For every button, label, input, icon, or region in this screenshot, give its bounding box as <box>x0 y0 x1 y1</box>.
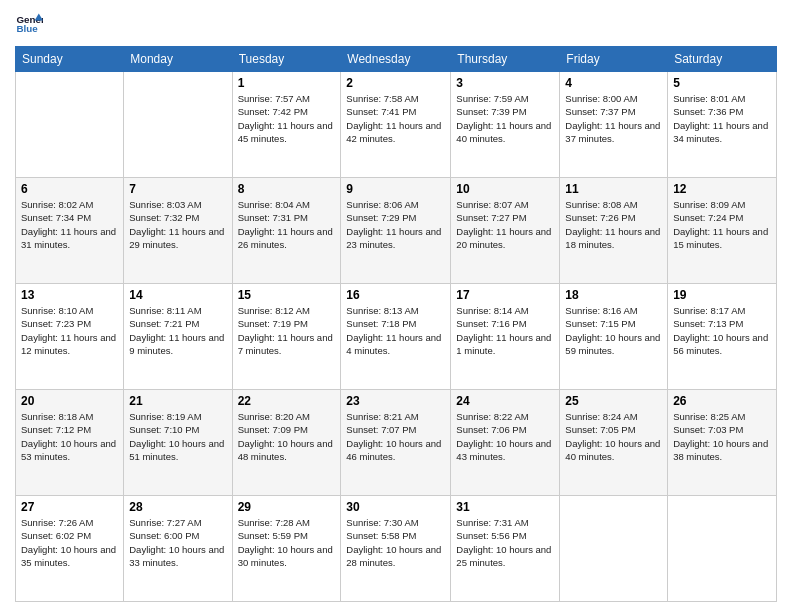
day-info: Sunrise: 8:03 AMSunset: 7:32 PMDaylight:… <box>129 198 226 251</box>
day-info: Sunrise: 8:06 AMSunset: 7:29 PMDaylight:… <box>346 198 445 251</box>
day-info: Sunrise: 8:07 AMSunset: 7:27 PMDaylight:… <box>456 198 554 251</box>
day-number: 8 <box>238 182 336 196</box>
day-info: Sunrise: 8:10 AMSunset: 7:23 PMDaylight:… <box>21 304 118 357</box>
week-row-5: 27Sunrise: 7:26 AMSunset: 6:02 PMDayligh… <box>16 496 777 602</box>
calendar-cell: 20Sunrise: 8:18 AMSunset: 7:12 PMDayligh… <box>16 390 124 496</box>
calendar-cell: 2Sunrise: 7:58 AMSunset: 7:41 PMDaylight… <box>341 72 451 178</box>
day-number: 17 <box>456 288 554 302</box>
day-info: Sunrise: 8:24 AMSunset: 7:05 PMDaylight:… <box>565 410 662 463</box>
day-info: Sunrise: 8:04 AMSunset: 7:31 PMDaylight:… <box>238 198 336 251</box>
calendar-cell: 5Sunrise: 8:01 AMSunset: 7:36 PMDaylight… <box>668 72 777 178</box>
week-row-4: 20Sunrise: 8:18 AMSunset: 7:12 PMDayligh… <box>16 390 777 496</box>
day-number: 24 <box>456 394 554 408</box>
calendar-cell: 21Sunrise: 8:19 AMSunset: 7:10 PMDayligh… <box>124 390 232 496</box>
day-number: 31 <box>456 500 554 514</box>
day-number: 16 <box>346 288 445 302</box>
day-info: Sunrise: 8:21 AMSunset: 7:07 PMDaylight:… <box>346 410 445 463</box>
logo-icon: General Blue <box>15 10 43 38</box>
calendar-cell: 29Sunrise: 7:28 AMSunset: 5:59 PMDayligh… <box>232 496 341 602</box>
page: General Blue SundayMondayTuesdayWednesda… <box>0 0 792 612</box>
calendar-cell <box>16 72 124 178</box>
day-info: Sunrise: 8:14 AMSunset: 7:16 PMDaylight:… <box>456 304 554 357</box>
day-info: Sunrise: 7:31 AMSunset: 5:56 PMDaylight:… <box>456 516 554 569</box>
day-number: 19 <box>673 288 771 302</box>
calendar-cell: 31Sunrise: 7:31 AMSunset: 5:56 PMDayligh… <box>451 496 560 602</box>
weekday-header-sunday: Sunday <box>16 47 124 72</box>
calendar-cell: 18Sunrise: 8:16 AMSunset: 7:15 PMDayligh… <box>560 284 668 390</box>
day-number: 12 <box>673 182 771 196</box>
day-info: Sunrise: 7:28 AMSunset: 5:59 PMDaylight:… <box>238 516 336 569</box>
day-info: Sunrise: 8:20 AMSunset: 7:09 PMDaylight:… <box>238 410 336 463</box>
day-info: Sunrise: 8:19 AMSunset: 7:10 PMDaylight:… <box>129 410 226 463</box>
day-info: Sunrise: 8:22 AMSunset: 7:06 PMDaylight:… <box>456 410 554 463</box>
day-number: 7 <box>129 182 226 196</box>
day-info: Sunrise: 7:57 AMSunset: 7:42 PMDaylight:… <box>238 92 336 145</box>
weekday-header-saturday: Saturday <box>668 47 777 72</box>
day-number: 13 <box>21 288 118 302</box>
calendar-table: SundayMondayTuesdayWednesdayThursdayFrid… <box>15 46 777 602</box>
weekday-header-monday: Monday <box>124 47 232 72</box>
day-number: 21 <box>129 394 226 408</box>
calendar-cell <box>668 496 777 602</box>
calendar-cell: 22Sunrise: 8:20 AMSunset: 7:09 PMDayligh… <box>232 390 341 496</box>
weekday-header-friday: Friday <box>560 47 668 72</box>
calendar-cell: 23Sunrise: 8:21 AMSunset: 7:07 PMDayligh… <box>341 390 451 496</box>
svg-text:Blue: Blue <box>16 23 38 34</box>
calendar-cell: 3Sunrise: 7:59 AMSunset: 7:39 PMDaylight… <box>451 72 560 178</box>
day-number: 11 <box>565 182 662 196</box>
logo: General Blue <box>15 10 43 38</box>
day-info: Sunrise: 7:58 AMSunset: 7:41 PMDaylight:… <box>346 92 445 145</box>
week-row-3: 13Sunrise: 8:10 AMSunset: 7:23 PMDayligh… <box>16 284 777 390</box>
weekday-header-tuesday: Tuesday <box>232 47 341 72</box>
calendar-cell: 10Sunrise: 8:07 AMSunset: 7:27 PMDayligh… <box>451 178 560 284</box>
day-number: 15 <box>238 288 336 302</box>
day-number: 18 <box>565 288 662 302</box>
day-number: 4 <box>565 76 662 90</box>
day-info: Sunrise: 8:12 AMSunset: 7:19 PMDaylight:… <box>238 304 336 357</box>
day-info: Sunrise: 7:30 AMSunset: 5:58 PMDaylight:… <box>346 516 445 569</box>
calendar-cell: 12Sunrise: 8:09 AMSunset: 7:24 PMDayligh… <box>668 178 777 284</box>
day-number: 6 <box>21 182 118 196</box>
day-info: Sunrise: 8:16 AMSunset: 7:15 PMDaylight:… <box>565 304 662 357</box>
calendar-cell: 4Sunrise: 8:00 AMSunset: 7:37 PMDaylight… <box>560 72 668 178</box>
day-info: Sunrise: 7:59 AMSunset: 7:39 PMDaylight:… <box>456 92 554 145</box>
calendar-cell: 16Sunrise: 8:13 AMSunset: 7:18 PMDayligh… <box>341 284 451 390</box>
day-number: 20 <box>21 394 118 408</box>
day-number: 2 <box>346 76 445 90</box>
day-info: Sunrise: 8:18 AMSunset: 7:12 PMDaylight:… <box>21 410 118 463</box>
calendar-cell: 25Sunrise: 8:24 AMSunset: 7:05 PMDayligh… <box>560 390 668 496</box>
day-info: Sunrise: 8:25 AMSunset: 7:03 PMDaylight:… <box>673 410 771 463</box>
calendar-cell: 26Sunrise: 8:25 AMSunset: 7:03 PMDayligh… <box>668 390 777 496</box>
header: General Blue <box>15 10 777 38</box>
day-number: 1 <box>238 76 336 90</box>
calendar-cell: 8Sunrise: 8:04 AMSunset: 7:31 PMDaylight… <box>232 178 341 284</box>
day-number: 5 <box>673 76 771 90</box>
week-row-2: 6Sunrise: 8:02 AMSunset: 7:34 PMDaylight… <box>16 178 777 284</box>
calendar-cell: 17Sunrise: 8:14 AMSunset: 7:16 PMDayligh… <box>451 284 560 390</box>
calendar-cell: 27Sunrise: 7:26 AMSunset: 6:02 PMDayligh… <box>16 496 124 602</box>
calendar-cell: 19Sunrise: 8:17 AMSunset: 7:13 PMDayligh… <box>668 284 777 390</box>
day-number: 29 <box>238 500 336 514</box>
day-info: Sunrise: 7:27 AMSunset: 6:00 PMDaylight:… <box>129 516 226 569</box>
day-info: Sunrise: 8:09 AMSunset: 7:24 PMDaylight:… <box>673 198 771 251</box>
day-info: Sunrise: 8:01 AMSunset: 7:36 PMDaylight:… <box>673 92 771 145</box>
calendar-cell: 11Sunrise: 8:08 AMSunset: 7:26 PMDayligh… <box>560 178 668 284</box>
day-info: Sunrise: 8:11 AMSunset: 7:21 PMDaylight:… <box>129 304 226 357</box>
day-info: Sunrise: 8:17 AMSunset: 7:13 PMDaylight:… <box>673 304 771 357</box>
day-info: Sunrise: 8:02 AMSunset: 7:34 PMDaylight:… <box>21 198 118 251</box>
day-info: Sunrise: 8:13 AMSunset: 7:18 PMDaylight:… <box>346 304 445 357</box>
week-row-1: 1Sunrise: 7:57 AMSunset: 7:42 PMDaylight… <box>16 72 777 178</box>
day-info: Sunrise: 8:08 AMSunset: 7:26 PMDaylight:… <box>565 198 662 251</box>
calendar-cell: 1Sunrise: 7:57 AMSunset: 7:42 PMDaylight… <box>232 72 341 178</box>
day-number: 14 <box>129 288 226 302</box>
calendar-cell <box>560 496 668 602</box>
day-number: 27 <box>21 500 118 514</box>
day-number: 3 <box>456 76 554 90</box>
day-number: 9 <box>346 182 445 196</box>
day-number: 26 <box>673 394 771 408</box>
calendar-cell: 28Sunrise: 7:27 AMSunset: 6:00 PMDayligh… <box>124 496 232 602</box>
calendar-cell: 30Sunrise: 7:30 AMSunset: 5:58 PMDayligh… <box>341 496 451 602</box>
calendar-cell: 24Sunrise: 8:22 AMSunset: 7:06 PMDayligh… <box>451 390 560 496</box>
calendar-cell: 13Sunrise: 8:10 AMSunset: 7:23 PMDayligh… <box>16 284 124 390</box>
day-number: 30 <box>346 500 445 514</box>
